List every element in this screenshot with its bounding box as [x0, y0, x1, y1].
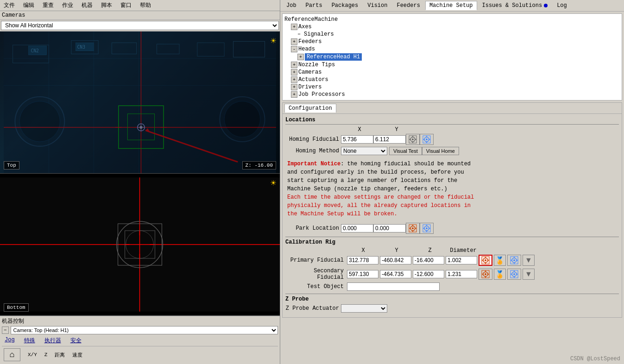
tree-item-drivers[interactable]: + Drivers [291, 83, 620, 91]
primary-filter-btn[interactable]: ▼ [523, 255, 535, 266]
menu-edit[interactable]: 编辑 [21, 1, 36, 10]
machine-control-label: 机器控制 [2, 317, 278, 325]
calib-col-y: Y [380, 247, 413, 254]
tree-expand-drivers[interactable]: + [291, 84, 297, 90]
tree-item-actuators[interactable]: + Actuators [291, 76, 620, 83]
homing-method-row: Homing Method None Visual Test Visual Ho… [285, 147, 619, 155]
watermark: CSDN @LostSpeed [570, 356, 620, 362]
calib-rig-label: Calibration Rig [285, 239, 619, 245]
tab-vision[interactable]: Vision [363, 1, 391, 10]
menu-view[interactable]: 重查 [41, 1, 56, 10]
tree-item-jobproc[interactable]: + Job Processors [291, 91, 620, 98]
z-probe-section: Z Probe Z Probe Actuator [285, 294, 619, 313]
brightness-top-icon[interactable]: ☀ [271, 35, 276, 47]
primary-medal-btn[interactable]: 🏅 [494, 255, 506, 266]
primary-y-input[interactable] [380, 256, 411, 264]
tree-expand-axes[interactable]: + [291, 24, 297, 30]
camera-select-row: Show All Horizontal [0, 20, 280, 31]
z-probe-actuator-select[interactable] [341, 304, 387, 313]
tree-item-heads[interactable]: - Heads [291, 45, 620, 53]
tab-safety[interactable]: 安全 [68, 336, 84, 345]
svg-point-80 [513, 259, 515, 261]
tree-drivers-label: Drivers [298, 84, 321, 90]
tab-parts[interactable]: Parts [302, 1, 327, 10]
menu-job[interactable]: 作业 [60, 1, 75, 10]
tab-machine-setup[interactable]: Machine Setup [425, 1, 477, 10]
config-tab[interactable]: Configuration [284, 104, 336, 113]
camera-view-bottom[interactable]: ☀ Bottom [0, 174, 280, 316]
test-object-input[interactable] [347, 282, 440, 291]
secondary-get-btn[interactable] [507, 269, 521, 280]
menu-script[interactable]: 脚本 [99, 1, 114, 10]
primary-z-input[interactable] [413, 256, 444, 264]
secondary-y-input[interactable] [380, 270, 411, 278]
secondary-filter-btn[interactable]: ▼ [523, 269, 535, 280]
secondary-medal-btn[interactable]: 🏅 [494, 269, 506, 280]
col-y-header: Y [378, 126, 415, 133]
visual-test-btn[interactable]: Visual Test [389, 147, 422, 155]
primary-diameter-input[interactable] [446, 256, 477, 264]
camera-head-select[interactable]: Camera: Top (Head: H1) [11, 326, 278, 334]
camera-select[interactable]: Show All Horizontal [1, 21, 279, 30]
tree-item-signalers[interactable]: – Signalers [297, 31, 620, 38]
tree-expand-refhead[interactable]: + [297, 54, 304, 60]
tree-expand-heads[interactable]: - [291, 46, 297, 52]
tree-expand-nozzle[interactable]: + [291, 62, 297, 68]
tree-expand-jobproc[interactable]: + [291, 91, 297, 98]
col-x-header: X [341, 126, 378, 133]
tree-expand-feeders[interactable]: + [291, 38, 297, 45]
svg-point-59 [412, 227, 414, 229]
tab-log[interactable]: Log [553, 1, 571, 10]
menu-window[interactable]: 窗口 [119, 1, 133, 10]
homing-y-input[interactable] [373, 135, 406, 144]
speed-label: 速度 [72, 351, 82, 358]
tab-actuator[interactable]: 执行器 [42, 336, 64, 345]
secondary-z-input[interactable] [413, 270, 444, 278]
secondary-diameter-input[interactable] [446, 270, 477, 278]
primary-x-input[interactable] [347, 256, 378, 264]
menu-machine[interactable]: 机器 [80, 1, 95, 10]
tab-jog[interactable]: Jog [2, 336, 18, 345]
config-section: Configuration Locations X Y Homing Fiduc… [282, 102, 622, 318]
menu-help[interactable]: 帮助 [138, 1, 153, 10]
primary-get-btn[interactable] [507, 255, 521, 266]
tree-item-feeders[interactable]: + Feeders [291, 38, 620, 45]
homing-method-label: Homing Method [285, 148, 341, 154]
park-x-input[interactable] [341, 224, 373, 232]
secondary-x-input[interactable] [347, 270, 378, 278]
park-location-row: Park Location [285, 223, 619, 234]
tree-item-cameras[interactable]: + Cameras [291, 69, 620, 76]
park-get-btn[interactable] [420, 223, 434, 234]
capture-location-btn[interactable] [406, 134, 420, 145]
park-capture-btn[interactable] [406, 223, 420, 234]
homing-x-input[interactable] [341, 135, 373, 144]
park-y-input[interactable] [373, 224, 406, 232]
camera-view-top[interactable]: CN2 CN3 [0, 31, 280, 174]
get-location-btn[interactable] [420, 134, 434, 145]
primary-capture-btn[interactable] [479, 255, 492, 266]
tab-special[interactable]: 特殊 [21, 336, 38, 345]
tree-jobproc-label: Job Processors [298, 91, 345, 98]
tree-feeders-label: Feeders [298, 38, 321, 45]
tree-signalers-label: Signalers [304, 31, 334, 38]
home-button[interactable]: ⌂ [4, 348, 20, 361]
notice-text4: Machine Setup (nozzle tip changer, feede… [287, 186, 448, 192]
tree-item-refhead[interactable]: + ReferenceHead H1 [297, 53, 620, 61]
tab-job[interactable]: Job [282, 1, 301, 10]
tree-item-axes[interactable]: + Axes [291, 23, 620, 31]
secondary-capture-btn[interactable] [479, 269, 492, 280]
tab-packages[interactable]: Packages [328, 1, 363, 10]
brightness-bottom-icon[interactable]: ☀ [271, 177, 276, 189]
visual-home-btn[interactable]: Visual Home [422, 147, 459, 155]
tab-feeders[interactable]: Feeders [392, 1, 424, 10]
z-label: Z [44, 352, 48, 358]
tree-root[interactable]: ReferenceMachine [284, 16, 620, 23]
menu-file[interactable]: 文件 [2, 1, 17, 10]
homing-method-select[interactable]: None [341, 147, 387, 155]
tree-item-nozzle[interactable]: + Nozzle Tips [291, 61, 620, 69]
camera-top-badge: Top [4, 161, 19, 169]
camera-collapse-btn[interactable]: − [2, 326, 9, 334]
tree-expand-cameras[interactable]: + [291, 69, 297, 75]
tab-issues[interactable]: Issues & Solutions [478, 1, 552, 10]
tree-expand-actuators[interactable]: + [291, 76, 297, 83]
